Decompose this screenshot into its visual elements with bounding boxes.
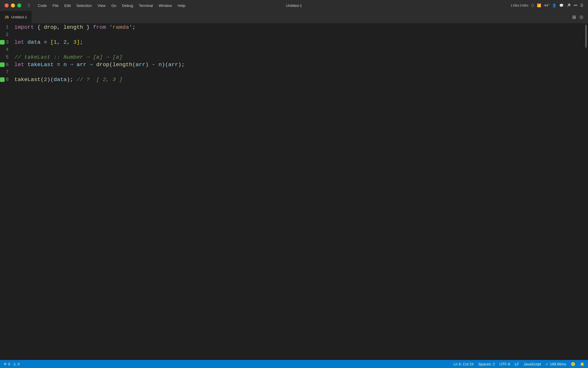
finder-icon: 🔎: [566, 3, 571, 7]
line-number: 1: [0, 24, 14, 31]
code-editor[interactable]: 1 import { drop, length } from 'ramda'; …: [0, 24, 584, 360]
line-code: takeLast(2)(data); // ? [ 2, 3 ]: [14, 68, 584, 91]
line-code: let data = [1, 2, 3];: [14, 31, 584, 53]
smiley-icon[interactable]: 🙂: [571, 362, 575, 366]
language-mode[interactable]: JavaScript: [524, 362, 541, 366]
editor-tab[interactable]: JS Untitled-1: [0, 11, 32, 23]
code-lines: 1 import { drop, length } from 'ramda'; …: [0, 24, 584, 83]
wifi-icon: 📶: [537, 3, 541, 7]
user-icon: 👤: [552, 3, 556, 7]
statusbar: ✕ 0 ⚠ 0 Ln 8, Col 24 Spaces: 2 UTF-8 LF …: [0, 360, 588, 368]
warning-number: 0: [18, 362, 20, 366]
menu-selection[interactable]: Selection: [74, 3, 94, 8]
wechat-icon: 💬: [559, 3, 564, 7]
menu-edit[interactable]: Edit: [62, 3, 73, 8]
temperature: 44°: [544, 3, 549, 7]
line-number: 7: [0, 68, 14, 76]
list-icon: ☰: [580, 3, 583, 7]
maximize-button[interactable]: [17, 3, 21, 7]
network-speed: 1 KB/s 0 KB/s: [511, 4, 529, 7]
tab-actions: ⊞: [572, 14, 588, 20]
menu-go[interactable]: Go: [109, 3, 119, 8]
encoding[interactable]: UTF-8: [500, 362, 510, 366]
editor-tabs: JS Untitled-1 ⊞: [0, 11, 588, 24]
line-ending[interactable]: LF: [514, 362, 519, 366]
titlebar-right: 1 KB/s 0 KB/s ⬡ 📶 44° 👤 💬 🔎 ••• ☰: [511, 3, 583, 7]
close-button[interactable]: [5, 3, 9, 7]
menu-view[interactable]: View: [95, 3, 108, 8]
error-icon: ✕: [3, 362, 7, 366]
timing: ✓ 199.66ms: [546, 362, 566, 366]
titlebar-left:  Code File Edit Selection View Go Debug…: [5, 2, 188, 9]
spaces-setting[interactable]: Spaces: 2: [478, 362, 495, 366]
line-number: 2: [0, 31, 14, 39]
js-icon: JS: [5, 15, 9, 19]
window-title: Untitled-1: [286, 3, 302, 8]
minimize-button[interactable]: [11, 3, 15, 7]
traffic-lights: [5, 3, 21, 7]
status-left: ✕ 0 ⚠ 0: [3, 362, 20, 366]
editor-area: 1 import { drop, length } from 'ramda'; …: [0, 24, 588, 360]
apple-menu[interactable]: : [26, 2, 32, 9]
notification-icon[interactable]: 🔔: [580, 362, 585, 366]
table-row: 8 takeLast(2)(data); // ? [ 2, 3 ]: [0, 76, 584, 83]
error-number: 0: [8, 362, 10, 366]
status-right: Ln 8, Col 24 Spaces: 2 UTF-8 LF JavaScri…: [454, 362, 585, 366]
table-row: 1 import { drop, length } from 'ramda';: [0, 24, 584, 31]
split-editor-icon[interactable]: ⊞: [572, 14, 576, 20]
table-row: 3 let data = [1, 2, 3];: [0, 39, 584, 46]
table-row: 6 let takeLast = n ⇒ arr ⇒ drop(length(a…: [0, 61, 584, 68]
menu-bar:  Code File Edit Selection View Go Debug…: [26, 2, 188, 9]
more-icon: •••: [574, 3, 577, 7]
menu-file[interactable]: File: [50, 3, 61, 8]
warning-icon: ⚠: [13, 362, 16, 366]
line-number: 4: [0, 46, 14, 53]
tab-label: Untitled-1: [11, 15, 27, 19]
dropbox-icon: ⬡: [531, 3, 534, 7]
titlebar:  Code File Edit Selection View Go Debug…: [0, 0, 588, 11]
menu-code[interactable]: Code: [36, 3, 49, 8]
menu-window[interactable]: Window: [156, 3, 174, 8]
cursor-position[interactable]: Ln 8, Col 24: [454, 362, 474, 366]
scrollbar-thumb[interactable]: [585, 25, 587, 48]
menu-terminal[interactable]: Terminal: [136, 3, 155, 8]
line-number: 5: [0, 53, 14, 61]
scrollbar[interactable]: [584, 24, 588, 360]
settings-icon[interactable]: [579, 15, 583, 19]
menu-help[interactable]: Help: [175, 3, 188, 8]
error-count[interactable]: ✕ 0 ⚠ 0: [3, 362, 20, 366]
menu-debug[interactable]: Debug: [120, 3, 135, 8]
